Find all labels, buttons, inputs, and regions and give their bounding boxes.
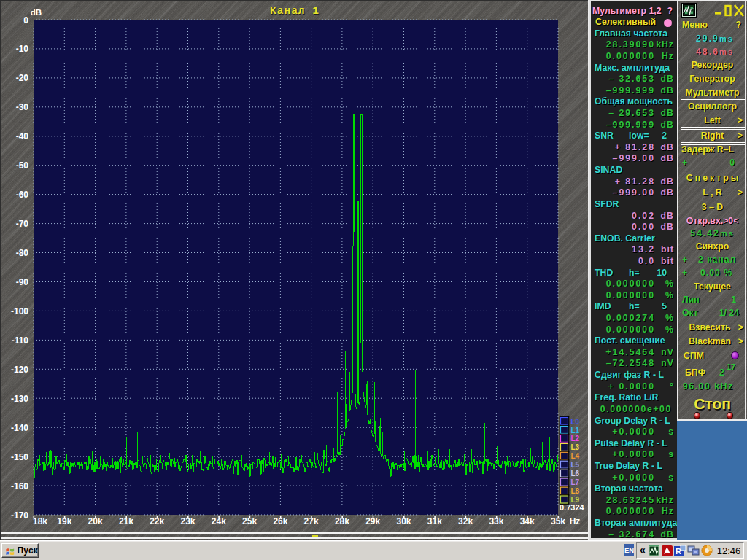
svg-text:L8: L8 bbox=[571, 487, 580, 495]
svg-text:-60: -60 bbox=[16, 190, 29, 200]
svg-text:24k: 24k bbox=[212, 516, 226, 526]
svg-text:0: 0 bbox=[23, 15, 28, 26]
svg-text:-40: -40 bbox=[16, 131, 29, 141]
svg-text:L7: L7 bbox=[571, 478, 580, 486]
svg-text:33k: 33k bbox=[489, 516, 503, 526]
svg-text:L1: L1 bbox=[571, 427, 580, 435]
svg-text:27k: 27k bbox=[304, 516, 319, 526]
svg-text:23k: 23k bbox=[180, 516, 195, 526]
svg-text:-170: -170 bbox=[11, 510, 28, 521]
svg-text:L6: L6 bbox=[571, 470, 580, 478]
svg-text:22k: 22k bbox=[150, 516, 164, 526]
svg-text:-30: -30 bbox=[16, 102, 29, 112]
svg-text:-50: -50 bbox=[16, 160, 29, 171]
svg-text:-130: -130 bbox=[11, 394, 28, 404]
svg-text:18k: 18k bbox=[33, 516, 47, 526]
svg-text:dB: dB bbox=[31, 8, 42, 17]
svg-text:-140: -140 bbox=[11, 423, 28, 433]
svg-text:31k: 31k bbox=[427, 516, 442, 526]
svg-text:-80: -80 bbox=[16, 248, 29, 258]
svg-text:0.7324: 0.7324 bbox=[560, 503, 585, 512]
svg-text:L2: L2 bbox=[571, 435, 580, 443]
svg-text:19k: 19k bbox=[57, 516, 71, 526]
svg-text:35k: 35k bbox=[551, 516, 565, 526]
svg-text:Hz: Hz bbox=[570, 516, 581, 526]
svg-text:26k: 26k bbox=[273, 516, 287, 526]
svg-text:-20: -20 bbox=[16, 73, 29, 83]
svg-text:-110: -110 bbox=[12, 335, 29, 346]
svg-text:-120: -120 bbox=[11, 365, 28, 375]
svg-text:-100: -100 bbox=[11, 306, 28, 316]
svg-text:29k: 29k bbox=[365, 516, 380, 526]
svg-text:25k: 25k bbox=[242, 516, 257, 526]
svg-text:21k: 21k bbox=[119, 516, 133, 526]
svg-text:L3: L3 bbox=[571, 443, 580, 451]
svg-text:-160: -160 bbox=[11, 481, 28, 491]
svg-text:-150: -150 bbox=[11, 452, 28, 462]
svg-text:20k: 20k bbox=[88, 516, 103, 526]
svg-text:L5: L5 bbox=[571, 461, 580, 469]
svg-text:-70: -70 bbox=[16, 219, 29, 229]
svg-text:32k: 32k bbox=[458, 516, 473, 526]
svg-text:34k: 34k bbox=[520, 516, 535, 526]
svg-text:-90: -90 bbox=[16, 277, 29, 287]
svg-text:28k: 28k bbox=[335, 516, 349, 526]
svg-text:L0: L0 bbox=[571, 418, 580, 426]
svg-text:L4: L4 bbox=[571, 452, 580, 460]
svg-text:-10: -10 bbox=[16, 44, 29, 54]
svg-text:Канал 1: Канал 1 bbox=[270, 5, 320, 17]
svg-text:30k: 30k bbox=[396, 516, 411, 526]
